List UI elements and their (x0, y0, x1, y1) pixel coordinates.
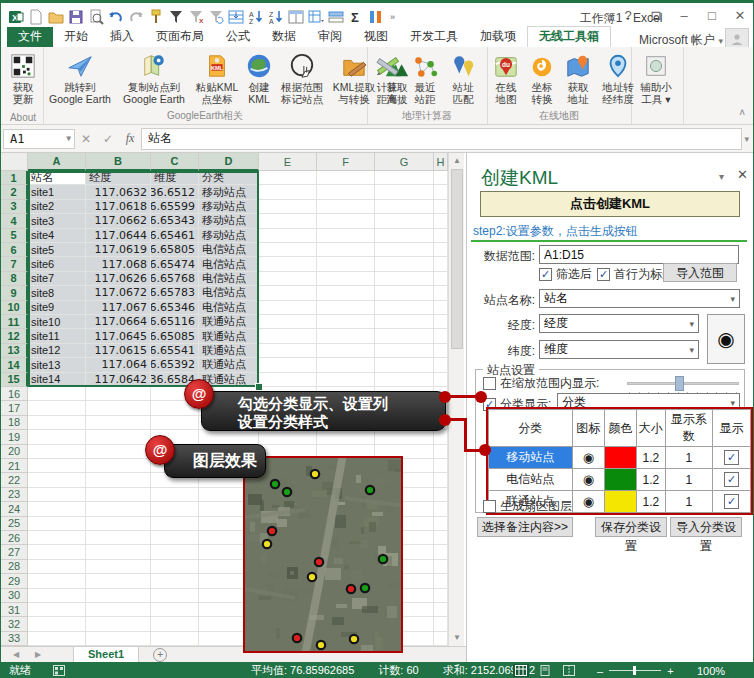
class-row-电信站点[interactable]: 电信站点◉1.21✓ (489, 469, 751, 491)
cell-B6[interactable]: 117.0619 (86, 243, 151, 257)
sheet-nav-right-icon[interactable]: ▶ (31, 650, 45, 659)
new-file-icon[interactable] (27, 9, 44, 26)
cell-B10[interactable]: 117.067 (86, 301, 151, 315)
split-window-icon[interactable] (287, 9, 304, 26)
cell-B28[interactable] (86, 560, 151, 574)
cell-F9[interactable] (317, 286, 375, 300)
cell-G10[interactable] (375, 301, 434, 315)
cell-F2[interactable] (317, 185, 375, 199)
cell-F11[interactable] (317, 315, 375, 329)
row-header-33[interactable]: 33 (1, 632, 28, 646)
row-header-6[interactable]: 6 (1, 243, 28, 257)
column-header-A[interactable]: A (28, 153, 86, 171)
row-header-31[interactable]: 31 (1, 603, 28, 617)
cell-A9[interactable]: site8 (28, 286, 86, 300)
cell-C10[interactable]: 36.65346 (151, 301, 199, 315)
save-class-settings-button[interactable]: 保存分类设置 (595, 517, 667, 537)
cell-A7[interactable]: site6 (28, 257, 86, 271)
cell-G11[interactable] (375, 315, 434, 329)
cell-E12[interactable] (259, 329, 317, 343)
cell-G3[interactable] (375, 200, 434, 214)
scroll-up-icon[interactable]: ▲ (450, 153, 464, 168)
cell-C1[interactable]: 维度 (151, 171, 199, 185)
pane-close-icon[interactable]: ✕ (737, 167, 748, 182)
row-header-8[interactable]: 8 (1, 272, 28, 286)
cell-D10[interactable]: 电信站点 (199, 301, 259, 315)
cell-F10[interactable] (317, 301, 375, 315)
tab-加载项[interactable]: 加载项 (469, 27, 527, 47)
class-row-移动站点[interactable]: 移动站点◉1.21✓ (489, 447, 751, 469)
cell-G13[interactable] (375, 344, 434, 358)
page-layout-view-icon[interactable] (537, 664, 553, 677)
page-break-view-icon[interactable] (561, 664, 577, 677)
column-header-G[interactable]: G (375, 153, 434, 171)
cell-H14[interactable] (434, 358, 448, 372)
sheet-nav-left-icon[interactable]: ◀ (9, 650, 23, 659)
cell-E3[interactable] (259, 200, 317, 214)
cell-C13[interactable]: 36.65541 (151, 344, 199, 358)
cell-B26[interactable] (86, 531, 151, 545)
cell-G9[interactable] (375, 286, 434, 300)
cell-H30[interactable] (434, 589, 448, 603)
cell-A25[interactable] (28, 517, 86, 531)
cell-F8[interactable] (317, 272, 375, 286)
cell-C4[interactable]: 36.65343 (151, 214, 199, 228)
cell-H25[interactable] (434, 517, 448, 531)
cell-C32[interactable] (151, 617, 199, 631)
cell-E14[interactable] (259, 358, 317, 372)
cell-A4[interactable]: site3 (28, 214, 86, 228)
expand-formula-bar-icon[interactable]: ▾ (744, 134, 749, 144)
vertical-scrollbar-thumb[interactable] (451, 169, 463, 349)
avatar[interactable] (725, 28, 749, 49)
zoom-slider[interactable] (609, 670, 661, 671)
zoom-percentage[interactable]: 100% (697, 665, 725, 677)
cell-H22[interactable] (434, 473, 448, 487)
row-header-16[interactable]: 16 (1, 387, 28, 401)
cell-B17[interactable] (86, 401, 151, 415)
cell-A28[interactable] (28, 560, 86, 574)
autosum-icon[interactable]: Σ (347, 9, 364, 26)
row-header-10[interactable]: 10 (1, 301, 28, 315)
online-map-button[interactable]: du在线地图 (489, 49, 523, 105)
column-header-H[interactable]: H (434, 153, 448, 171)
color-swatch[interactable] (604, 469, 636, 491)
form-grid-icon[interactable] (227, 9, 244, 26)
cell-B2[interactable]: 117.0632 (86, 185, 151, 199)
cell-A24[interactable] (28, 502, 86, 516)
cell-H8[interactable] (434, 272, 448, 286)
cell-C11[interactable]: 36.65116 (151, 315, 199, 329)
cell-D6[interactable]: 电信站点 (199, 243, 259, 257)
cell-C5[interactable]: 36.65461 (151, 229, 199, 243)
row-header-30[interactable]: 30 (1, 589, 28, 603)
slider-thumb[interactable] (675, 376, 684, 391)
new-sheet-button[interactable]: + (153, 648, 167, 662)
cell-A13[interactable]: site12 (28, 344, 86, 358)
cell-A27[interactable] (28, 545, 86, 559)
cell-E19[interactable] (259, 430, 317, 444)
cell-A18[interactable] (28, 416, 86, 430)
tab-视图[interactable]: 视图 (353, 27, 399, 47)
cell-A17[interactable] (28, 401, 86, 415)
cell-A20[interactable] (28, 445, 86, 459)
nearest-site-distance-button[interactable]: 最近站距 (407, 49, 443, 105)
close-button[interactable]: ✕ (731, 7, 749, 25)
cell-E6[interactable] (259, 243, 317, 257)
cell-D12[interactable]: 联通站点 (199, 329, 259, 343)
row-header-5[interactable]: 5 (1, 229, 28, 243)
cell-C6[interactable]: 36.65805 (151, 243, 199, 257)
copy-sites-to-google-earth-button[interactable]: 复制站点到Google Earth (117, 49, 191, 105)
cell-C23[interactable] (151, 488, 199, 502)
cell-B20[interactable] (86, 445, 151, 459)
cell-B1[interactable]: 经度 (86, 171, 151, 185)
cell-C25[interactable] (151, 517, 199, 531)
row-header-23[interactable]: 23 (1, 488, 28, 502)
import-range-button[interactable]: 导入范围 (663, 263, 737, 282)
cell-C33[interactable] (151, 632, 199, 646)
tab-数据[interactable]: 数据 (261, 27, 307, 47)
cell-E9[interactable] (259, 286, 317, 300)
tab-页面布局[interactable]: 页面布局 (145, 27, 215, 47)
cell-H19[interactable] (434, 430, 448, 444)
table-menu-icon[interactable] (307, 9, 324, 26)
row-header-25[interactable]: 25 (1, 517, 28, 531)
cell-C27[interactable] (151, 545, 199, 559)
